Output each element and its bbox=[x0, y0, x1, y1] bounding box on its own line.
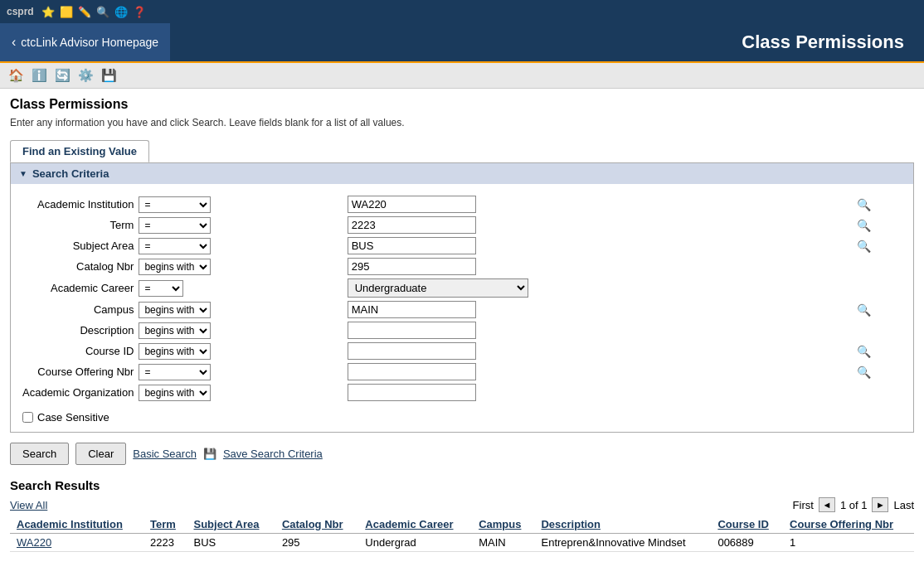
value-subject-area[interactable] bbox=[348, 237, 856, 254]
value-course-id[interactable] bbox=[348, 342, 856, 360]
home-icon[interactable]: 🏠 bbox=[7, 66, 25, 85]
value-academic-institution[interactable] bbox=[348, 196, 856, 213]
lookup-icon-term[interactable]: 🔍 bbox=[856, 217, 873, 234]
field-row-description: Description =begins withcontainsnot = bbox=[22, 322, 902, 339]
input-academic-institution[interactable] bbox=[348, 196, 476, 213]
lookup-term[interactable]: 🔍 bbox=[856, 216, 902, 234]
sort-institution-link[interactable]: Academic Institution bbox=[17, 518, 123, 530]
page-subtitle: Enter any information you have and click… bbox=[10, 117, 914, 128]
sort-campus-link[interactable]: Campus bbox=[479, 518, 521, 530]
settings-icon[interactable]: ⚙️ bbox=[76, 66, 95, 85]
operator-select-institution[interactable]: =begins withcontainsnot = bbox=[139, 196, 211, 213]
lookup-icon-campus[interactable]: 🔍 bbox=[856, 302, 873, 318]
operator-course-offering-nbr[interactable]: =begins withcontainsnot = bbox=[139, 363, 347, 380]
lookup-subject-area[interactable]: 🔍 bbox=[856, 237, 902, 254]
operator-academic-institution[interactable]: =begins withcontainsnot = bbox=[139, 196, 347, 213]
operator-select-course-id[interactable]: =begins withcontainsnot = bbox=[139, 343, 211, 360]
operator-academic-career[interactable]: =not = bbox=[139, 278, 347, 298]
edit-icon[interactable]: ✏️ bbox=[77, 4, 92, 19]
back-button[interactable]: ‹ ctcLink Advisor Homepage bbox=[0, 23, 170, 61]
search-magnifier-icon[interactable]: 🔍 bbox=[95, 4, 110, 19]
sort-subject-link[interactable]: Subject Area bbox=[194, 518, 260, 530]
globe-icon[interactable]: 🌐 bbox=[114, 4, 129, 19]
refresh-icon[interactable]: 🔄 bbox=[53, 66, 71, 85]
sort-catalog-link[interactable]: Catalog Nbr bbox=[282, 518, 343, 530]
operator-term[interactable]: =begins withcontainsnot = bbox=[139, 216, 347, 234]
lookup-campus[interactable]: 🔍 bbox=[856, 301, 902, 318]
operator-description[interactable]: =begins withcontainsnot = bbox=[139, 322, 347, 339]
top-bar: csprd ⭐ 🟨 ✏️ 🔍 🌐 ❓ bbox=[0, 0, 924, 23]
value-academic-org[interactable] bbox=[348, 384, 856, 401]
operator-select-catalog-nbr[interactable]: =begins withcontainsnot = bbox=[139, 259, 211, 275]
input-course-offering-nbr[interactable] bbox=[348, 363, 476, 380]
cell-campus: MAIN bbox=[472, 534, 534, 552]
field-row-course-offering-nbr: Course Offering Nbr =begins withcontains… bbox=[22, 363, 902, 380]
input-catalog-nbr[interactable] bbox=[348, 258, 476, 275]
cell-institution[interactable]: WA220 bbox=[10, 534, 143, 552]
sort-description-link[interactable]: Description bbox=[541, 518, 601, 530]
operator-select-course-offering-nbr[interactable]: =begins withcontainsnot = bbox=[139, 364, 211, 380]
input-subject-area[interactable] bbox=[348, 237, 476, 254]
cell-career: Undergrad bbox=[358, 534, 472, 552]
view-all-link[interactable]: View All bbox=[10, 499, 47, 511]
value-term[interactable] bbox=[348, 216, 856, 234]
operator-select-campus[interactable]: =begins withcontainsnot = bbox=[139, 302, 211, 318]
operator-campus[interactable]: =begins withcontainsnot = bbox=[139, 301, 347, 318]
lookup-course-id[interactable]: 🔍 bbox=[856, 342, 902, 360]
value-description[interactable] bbox=[348, 322, 856, 339]
input-course-id[interactable] bbox=[348, 342, 476, 360]
clear-button[interactable]: Clear bbox=[75, 443, 126, 465]
prev-page-button[interactable]: ◄ bbox=[819, 497, 835, 512]
input-term[interactable] bbox=[348, 216, 476, 234]
lookup-course-offering-nbr[interactable]: 🔍 bbox=[856, 363, 902, 380]
link-institution[interactable]: WA220 bbox=[17, 536, 51, 549]
value-catalog-nbr[interactable] bbox=[348, 258, 856, 275]
info-icon[interactable]: ℹ️ bbox=[30, 66, 48, 85]
operator-academic-org[interactable]: =begins withcontainsnot = bbox=[139, 384, 347, 401]
operator-catalog-nbr[interactable]: =begins withcontainsnot = bbox=[139, 258, 347, 275]
operator-select-academic-org[interactable]: =begins withcontainsnot = bbox=[139, 385, 211, 401]
cell-term: 2223 bbox=[143, 534, 187, 552]
operator-select-subject-area[interactable]: =begins withcontainsnot = bbox=[139, 238, 211, 254]
lookup-icon-course-id[interactable]: 🔍 bbox=[856, 343, 873, 360]
select-academic-career[interactable]: Undergraduate Graduate Professional bbox=[348, 278, 528, 298]
input-academic-org[interactable] bbox=[348, 384, 476, 401]
sort-offering-nbr-link[interactable]: Course Offering Nbr bbox=[790, 518, 893, 530]
input-campus[interactable] bbox=[348, 301, 476, 318]
results-nav: View All First ◄ 1 of 1 ► Last bbox=[10, 497, 914, 512]
save-toolbar-icon[interactable]: 💾 bbox=[100, 66, 118, 85]
value-campus[interactable] bbox=[348, 301, 856, 318]
sort-career-link[interactable]: Academic Career bbox=[365, 518, 453, 530]
search-button[interactable]: Search bbox=[10, 443, 69, 465]
col-header-term: Term bbox=[143, 516, 187, 534]
col-header-description: Description bbox=[534, 516, 711, 534]
lookup-icon-institution[interactable]: 🔍 bbox=[856, 196, 873, 213]
lookup-academic-institution[interactable]: 🔍 bbox=[856, 196, 902, 213]
value-course-offering-nbr[interactable] bbox=[348, 363, 856, 380]
input-description[interactable] bbox=[348, 322, 476, 339]
label-subject-area: Subject Area bbox=[22, 237, 139, 254]
value-academic-career[interactable]: Undergraduate Graduate Professional bbox=[348, 278, 856, 298]
save-search-icon[interactable]: 💾 bbox=[203, 448, 216, 460]
basic-search-button[interactable]: Basic Search bbox=[133, 448, 197, 460]
operator-select-academic-career[interactable]: =not = bbox=[139, 280, 183, 297]
help-icon[interactable]: ❓ bbox=[132, 4, 147, 19]
field-row-academic-org: Academic Organization =begins withcontai… bbox=[22, 384, 902, 401]
operator-select-description[interactable]: =begins withcontainsnot = bbox=[139, 322, 211, 339]
button-row: Search Clear Basic Search 💾 Save Search … bbox=[10, 443, 914, 465]
sort-term-link[interactable]: Term bbox=[150, 518, 176, 530]
next-page-button[interactable]: ► bbox=[872, 497, 888, 512]
save-search-criteria-button[interactable]: Save Search Criteria bbox=[223, 448, 323, 460]
search-panel-header[interactable]: ▼ Search Criteria bbox=[11, 163, 913, 184]
lookup-icon-course-offering-nbr[interactable]: 🔍 bbox=[856, 364, 873, 380]
operator-subject-area[interactable]: =begins withcontainsnot = bbox=[139, 237, 347, 254]
case-sensitive-checkbox[interactable] bbox=[22, 412, 33, 423]
operator-course-id[interactable]: =begins withcontainsnot = bbox=[139, 342, 347, 360]
field-row-academic-institution: Academic Institution =begins withcontain… bbox=[22, 196, 902, 213]
bookmark-icon[interactable]: 🟨 bbox=[59, 4, 74, 19]
operator-select-term[interactable]: =begins withcontainsnot = bbox=[139, 217, 211, 234]
lookup-icon-subject-area[interactable]: 🔍 bbox=[856, 238, 873, 254]
sort-course-id-link[interactable]: Course ID bbox=[717, 518, 768, 530]
star-icon[interactable]: ⭐ bbox=[41, 4, 56, 19]
tab-find-existing[interactable]: Find an Existing Value bbox=[10, 140, 149, 162]
